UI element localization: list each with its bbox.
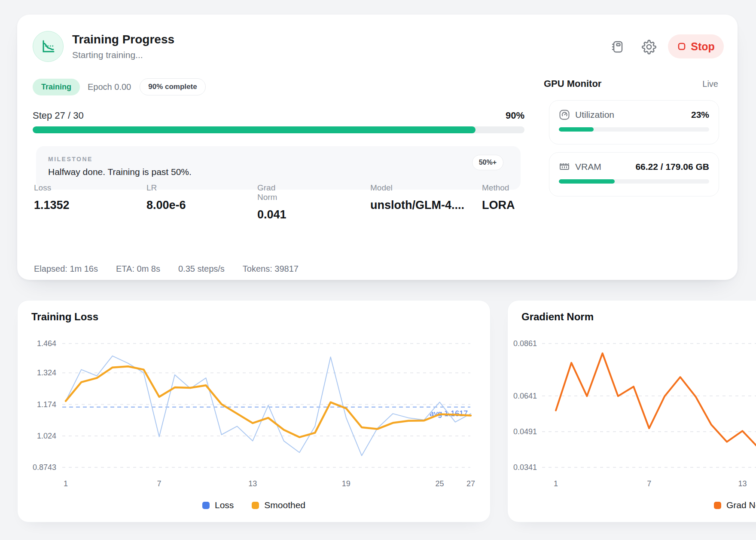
y-axis-tick-label: 0.8743 [33,463,56,472]
gauge-icon [559,109,570,120]
training-dashboard: { "header": { "title": "Training Progres… [0,0,756,540]
metric-grad-norm: Grad Norm 0.041 [257,183,287,221]
stop-button-label: Stop [691,40,715,53]
y-axis-tick-label: 1.324 [37,368,56,377]
series-line-loss [66,356,471,456]
legend-swatch [202,502,210,509]
status-subtitle: Starting training... [72,50,143,60]
gradient-norm-chart-card: Gradient Norm 0.08610.06410.04910.034117… [507,300,756,522]
y-axis-tick-label: 0.0341 [513,463,537,472]
tokens-stat: Tokens: 39817 [243,264,299,274]
x-axis-tick-label: 1 [64,479,68,488]
y-axis-tick-label: 0.0491 [513,427,537,436]
training-progress-card: Training Progress Starting training... S… [17,15,738,280]
gear-icon [641,39,657,56]
loss-curve-icon [33,31,64,62]
gpu-vram-bar-fill [559,179,615,184]
gpu-live-badge: Live [702,79,718,89]
metric-value: 1.1352 [34,199,70,212]
stop-button[interactable]: Stop [668,34,724,58]
training-loss-chart: 1.4641.3241.1741.0240.8743avg 1.16171713… [18,301,490,522]
legend-swatch [714,502,721,509]
legend-item-loss[interactable]: Loss [202,500,234,510]
x-axis-tick-label: 19 [342,479,351,488]
elapsed-stat: Elapsed: 1m 16s [34,264,98,274]
x-axis-tick-label: 25 [435,479,444,488]
metric-value: 8.00e-6 [146,199,186,212]
metric-model: Model unsloth/GLM-4.... [370,183,464,212]
y-axis-tick-label: 1.464 [37,339,56,348]
training-progress-bar [33,126,524,133]
training-progress-bar-fill [33,126,476,133]
legend-label: Grad Norm [726,500,756,510]
gpu-vram-card: VRAM 66.22 / 179.06 GB [549,152,719,196]
log-notebook-button[interactable] [608,38,627,57]
milestone-badge: 50%+ [472,155,503,170]
stop-icon [677,42,686,51]
notebook-icon [610,40,625,55]
metric-value: unsloth/GLM-4.... [370,199,464,212]
gpu-card-value: 66.22 / 179.06 GB [635,162,709,172]
eta-stat: ETA: 0m 8s [116,264,160,274]
series-line-smoothed [66,366,471,437]
metric-label: Model [370,183,464,193]
x-axis-tick-label: 27 [466,479,475,488]
metric-loss: Loss 1.1352 [34,183,70,212]
chart-legend: Grad Norm [714,500,756,510]
y-axis-tick-label: 1.024 [37,432,56,440]
x-axis-tick-label: 13 [248,479,257,488]
gpu-utilization-bar-fill [559,127,594,132]
legend-swatch [252,502,259,509]
metric-value: LORA [482,199,515,212]
gpu-card-label: Utilization [575,110,614,120]
progress-percent: 90% [506,110,524,121]
x-axis-tick-label: 1 [554,479,558,488]
legend-item-smoothed[interactable]: Smoothed [252,500,305,510]
training-loss-chart-card: Training Loss 1.4641.3241.1741.0240.8743… [17,300,491,522]
metric-label: Grad Norm [257,183,287,202]
milestone-message: Halfway done. Training is past 50%. [48,167,192,177]
legend-label: Smoothed [264,500,305,510]
x-axis-tick-label: 13 [738,479,747,488]
steps-per-sec-stat: 0.35 steps/s [178,264,225,274]
metric-label: LR [146,183,186,193]
metric-label: Loss [34,183,70,193]
y-axis-tick-label: 0.0641 [513,392,537,400]
gpu-monitor-header: GPU Monitor Live [544,78,718,89]
metric-label: Method [482,183,515,193]
metric-value: 0.041 [257,208,287,221]
runtime-stats: Elapsed: 1m 16s ETA: 0m 8s 0.35 steps/s … [34,264,299,274]
series-line-grad-norm [556,353,756,448]
settings-button[interactable] [640,38,658,57]
gpu-monitor-title: GPU Monitor [544,78,601,89]
ram-icon [559,161,570,172]
gpu-vram-bar [559,179,709,184]
percent-complete-badge: 90% complete [140,78,205,95]
step-row: Step 27 / 30 90% [33,110,524,121]
legend-item-grad-norm[interactable]: Grad Norm [714,500,756,510]
y-axis-tick-label: 1.174 [37,400,56,409]
metric-method: Method LORA [482,183,515,212]
step-label: Step 27 / 30 [33,110,84,121]
chart-plot-area: 0.08610.06410.04910.03411713 [508,301,756,522]
milestone-label: MILESTONE [48,156,93,163]
chart-legend: LossSmoothed [202,500,305,510]
x-axis-tick-label: 7 [647,479,651,488]
page-title: Training Progress [72,33,174,46]
chart-plot-area: 1.4641.3241.1741.0240.8743avg 1.16171713… [18,301,490,522]
x-axis-tick-label: 7 [157,479,162,488]
gpu-utilization-bar [559,127,709,132]
gpu-card-value: 23% [691,110,709,120]
metric-lr: LR 8.00e-6 [146,183,186,212]
epoch-label: Epoch 0.00 [88,82,131,92]
gradient-norm-chart: 0.08610.06410.04910.03411713Grad Norm [508,301,756,522]
gpu-card-label: VRAM [575,162,601,172]
training-status-badge: Training [33,79,80,95]
legend-label: Loss [215,500,234,510]
gpu-utilization-card: Utilization 23% [549,100,719,144]
y-axis-tick-label: 0.0861 [513,339,537,348]
status-badges: Training Epoch 0.00 90% complete [33,79,206,95]
